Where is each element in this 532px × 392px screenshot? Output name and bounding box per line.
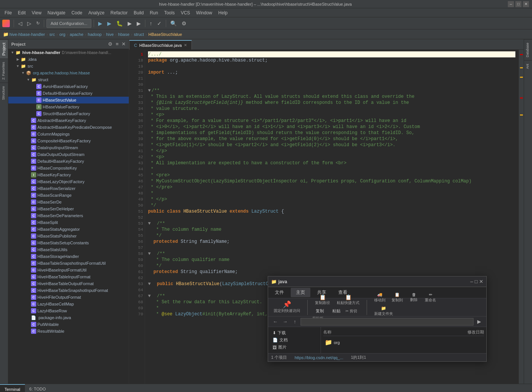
fe-maximize-btn[interactable]: □ <box>475 279 478 284</box>
tree-hivehbaseinput[interactable]: CHiveHBaseInputFormatUtil <box>8 267 129 273</box>
vcs-commit-btn[interactable]: ✓ <box>155 19 163 28</box>
tree-src[interactable]: ▼ 📁 src <box>8 63 129 69</box>
run-btn[interactable]: ▶ <box>105 19 113 28</box>
structure-tab[interactable]: Structure <box>0 83 8 103</box>
menu-file[interactable]: File <box>2 8 15 17</box>
menu-analyze[interactable]: Analyze <box>85 8 108 17</box>
build-btn[interactable]: ▶ <box>96 19 104 28</box>
menu-navigate[interactable]: Navigate <box>45 8 68 17</box>
tree-hbasescan[interactable]: CHBaseScanRange <box>8 192 129 199</box>
fe-back-btn[interactable]: ← <box>271 318 279 326</box>
tree-hivehbasetableout[interactable]: CHiveHBaseTableOutputFormat <box>8 280 129 287</box>
fold-58[interactable]: ▼ <box>148 251 151 256</box>
breadcrumb-class[interactable]: HBaseStructValue <box>148 32 182 37</box>
tree-hbasesnap[interactable]: CHBaseTableSnapshotInputFormatUtil <box>8 260 129 267</box>
tree-lazyhbase[interactable]: CLazyHBaseCellMap <box>8 301 129 307</box>
tree-column[interactable]: CColumnMappings <box>8 131 129 137</box>
forward-btn[interactable]: ▷ <box>25 19 33 28</box>
tree-hbasekeyfactory[interactable]: IHBaseKeyFactory <box>8 171 129 178</box>
fe-address-bar[interactable] <box>301 318 473 326</box>
tree-default-hbase[interactable]: ▶ C DefaultHBaseValueFactory <box>8 90 129 97</box>
tree-dataoutput[interactable]: CDataOutputOutputStream <box>8 151 129 158</box>
tree-hbasestatsagg[interactable]: CHBaseStatsAggregator <box>8 226 129 233</box>
fe-nav-docs[interactable]: 📄 文档 <box>270 336 318 344</box>
fold-53[interactable]: ▼ <box>148 221 151 226</box>
fold-67[interactable]: ▼ <box>148 293 151 299</box>
fe-tab-home[interactable]: 主页 <box>291 288 310 297</box>
project-close-btn[interactable]: ✕ <box>122 41 126 47</box>
tree-putwritable[interactable]: CPutWritable <box>8 321 129 328</box>
breadcrumb-hadoop[interactable]: hadoop <box>88 32 102 37</box>
menu-tools[interactable]: Tools <box>161 8 178 17</box>
tree-composite[interactable]: CCompositeHBaseKeyFactory <box>8 137 129 144</box>
editor-tab-hbasestruct[interactable]: C HBaseStructValue.java ✕ <box>129 40 192 49</box>
maximize-btn[interactable]: □ <box>515 1 521 7</box>
settings-btn[interactable]: ⚙ <box>180 19 188 28</box>
tree-hbasecomposite[interactable]: CHBaseCompositeKey <box>8 165 129 171</box>
fe-rename-btn[interactable]: ✏ 重命名 <box>422 291 439 304</box>
fe-tab-file[interactable]: 文件 <box>270 288 289 297</box>
back-btn[interactable]: ◁ <box>16 19 24 28</box>
fe-copyto-btn[interactable]: 📋 复制到 <box>389 291 406 304</box>
tree-avro[interactable]: ▶ C AvroHBaseValueFactory <box>8 83 129 90</box>
fe-file-org[interactable]: 📁 org <box>323 338 484 347</box>
terminal-tab[interactable]: Terminal <box>0 384 25 392</box>
tree-datainput[interactable]: CDataInputInputStream <box>8 144 129 151</box>
fe-up-btn[interactable]: ↑ <box>291 318 299 326</box>
breadcrumb-org[interactable]: org <box>59 32 65 37</box>
tree-idea[interactable]: ▶ 📁 .idea <box>8 56 129 63</box>
project-layout-btn[interactable]: ≡ <box>116 41 119 47</box>
fe-go-btn[interactable]: ▶ <box>475 318 483 326</box>
tree-hivehbasetable[interactable]: CHiveHBaseTableInputFormat <box>8 273 129 280</box>
fe-url[interactable]: https://blog.csdn.net/qq_... <box>295 355 343 360</box>
fe-minimize-btn[interactable]: – <box>470 279 473 284</box>
menu-refactor[interactable]: Refactor <box>108 8 131 17</box>
breadcrumb-hive[interactable]: hive <box>106 32 114 37</box>
fold-63[interactable]: ▼ <box>148 281 151 287</box>
menu-view[interactable]: View <box>29 8 45 17</box>
menu-window[interactable]: Window <box>193 8 215 17</box>
close-btn[interactable]: ✕ <box>523 1 529 7</box>
sync-btn[interactable]: ↻ <box>34 19 42 28</box>
tree-hivehfile[interactable]: CHiveHFileOutputFormat <box>8 294 129 301</box>
tree-hbaseserdeparams[interactable]: CHBaseSerDeParameters <box>8 212 129 219</box>
fe-paste-btn[interactable]: 粘贴 <box>329 307 344 315</box>
breadcrumb-hbase[interactable]: hbase <box>118 32 130 37</box>
favorites-tab[interactable]: 2: Favorites <box>0 59 8 83</box>
tree-lazyhbaserow[interactable]: CLazyHBaseRow <box>8 307 129 314</box>
breadcrumb-src[interactable]: src <box>49 32 55 37</box>
fe-new-folder-btn[interactable]: 📁 新建文件夹 <box>372 305 396 318</box>
tree-hbaseserde[interactable]: CHBaseSerDe <box>8 199 129 205</box>
tree-hbasestruct[interactable]: ▶ C HBaseStructValue <box>8 97 129 103</box>
tree-resultwritable[interactable]: CResultWritable <box>8 328 129 335</box>
fe-delete-btn[interactable]: 🗑 删除 <box>406 291 421 304</box>
fe-forward-btn[interactable]: → <box>281 318 289 326</box>
fold-31[interactable]: ▼ <box>148 88 151 93</box>
menu-build[interactable]: Build <box>131 8 147 17</box>
run-config[interactable]: Add Configuration... <box>46 19 91 28</box>
tree-hivehbaletablesnap[interactable]: CHiveHBaseTableSnapshotInputFormat <box>8 287 129 294</box>
tree-hbaselazy[interactable]: CHBaseLazyObjectFactory <box>8 178 129 185</box>
tree-structhbase[interactable]: ▶ C StructHBaseValueFactory <box>8 110 129 117</box>
tree-hbasestatspub[interactable]: CHBaseStatsPublisher <box>8 233 129 239</box>
menu-help[interactable]: Help <box>215 8 231 17</box>
database-tab[interactable]: Database <box>524 39 532 60</box>
breadcrumb-apache[interactable]: apache <box>70 32 83 37</box>
tree-abstractkey[interactable]: CAbstractHBaseKeyFactory <box>8 117 129 124</box>
tree-package-info[interactable]: 📄package-info.java <box>8 314 129 321</box>
fe-nav-download[interactable]: ⬇ 下载 <box>270 329 318 336</box>
menu-run[interactable]: Run <box>147 8 161 17</box>
search-everywhere-btn[interactable]: 🔍 <box>168 19 179 28</box>
tree-hbasesetup[interactable]: CHBaseStatsSetupConstants <box>8 239 129 246</box>
tree-abstractpred[interactable]: CAbstractHBaseKeyPredicateDecompose <box>8 124 129 131</box>
tree-struct-folder[interactable]: ▼ 📁 struct <box>8 76 129 83</box>
fe-nav-pics[interactable]: 🖼 图片 <box>270 344 318 351</box>
profile-btn[interactable]: ▶ <box>135 19 143 28</box>
tree-hbaseserdehelp[interactable]: CHBaseSerDeHelper <box>8 205 129 212</box>
tree-root[interactable]: ▼ 📁 hive-hbase-handler D:\maven\hive-hba… <box>8 49 129 56</box>
menu-code[interactable]: Code <box>68 8 85 17</box>
todo-tab[interactable]: 6: TODO <box>25 384 51 392</box>
debug-btn[interactable]: 🐛 <box>114 19 125 28</box>
coverage-btn[interactable]: ▶ <box>126 19 134 28</box>
tree-hbaserow[interactable]: CHBaseRowSerializer <box>8 185 129 192</box>
